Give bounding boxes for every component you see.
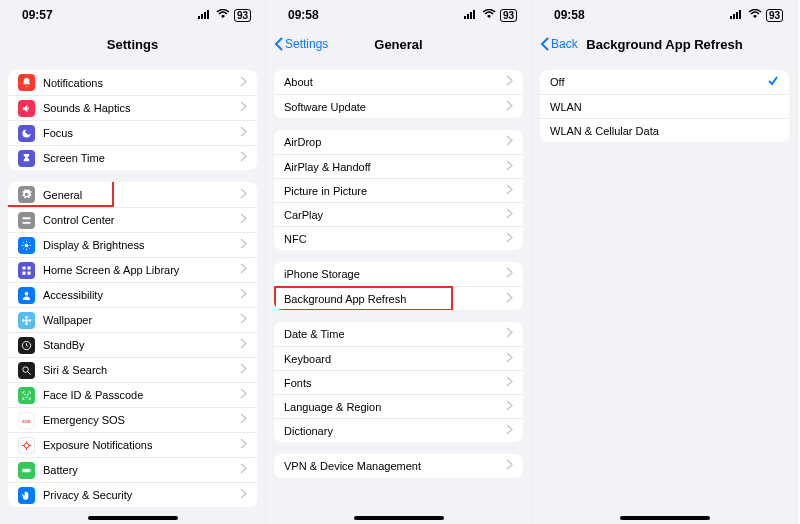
settings-group: GeneralControl CenterDisplay & Brightnes… [8,182,257,507]
home-indicator[interactable] [88,516,178,520]
settings-row[interactable]: Fonts [274,370,523,394]
chevron-right-icon [240,151,247,165]
chevron-right-icon [240,313,247,327]
settings-row[interactable]: WLAN & Cellular Data [540,118,789,142]
settings-row[interactable]: WLAN [540,94,789,118]
settings-row[interactable]: Face ID & Passcode [8,382,257,407]
back-button[interactable]: Settings [274,30,328,58]
svg-rect-36 [22,468,29,472]
settings-row[interactable]: SOSEmergency SOS [8,407,257,432]
row-label: Exposure Notifications [43,439,240,451]
settings-row[interactable]: Display & Brightness [8,232,257,257]
chevron-right-icon [506,400,513,414]
settings-row[interactable]: Background App Refresh [274,286,523,310]
chevron-right-icon [240,488,247,502]
settings-row[interactable]: Focus [8,120,257,145]
settings-row[interactable]: About [274,70,523,94]
settings-row[interactable]: Screen Time [8,145,257,170]
sos-icon: SOS [18,412,35,429]
settings-row[interactable]: General [8,182,257,207]
row-label: Wallpaper [43,314,240,326]
status-time: 09:58 [554,8,585,22]
settings-row[interactable]: Keyboard [274,346,523,370]
status-bar: 09:57 93 [0,0,265,30]
settings-row[interactable]: Dictionary [274,418,523,442]
row-label: Off [550,76,767,88]
settings-row[interactable]: Notifications [8,70,257,95]
phone-general: 09:58 93 Settings General AboutSoftware … [266,0,532,524]
status-right: 93 [198,8,251,22]
settings-row[interactable]: CarPlay [274,202,523,226]
settings-row[interactable]: NFC [274,226,523,250]
svg-line-13 [23,247,24,248]
status-bar: 09:58 93 [532,0,797,30]
chevron-right-icon [506,267,513,281]
home-indicator[interactable] [354,516,444,520]
row-label: AirDrop [284,136,506,148]
scroll-area[interactable]: AboutSoftware Update AirDropAirPlay & Ha… [266,58,531,524]
settings-row[interactable]: StandBy [8,332,257,357]
settings-row[interactable]: Accessibility [8,282,257,307]
settings-row[interactable]: Battery [8,457,257,482]
svg-rect-38 [464,16,466,19]
battery-indicator: 93 [766,9,783,22]
chevron-right-icon [240,238,247,252]
status-time: 09:58 [288,8,319,22]
svg-rect-40 [470,12,472,19]
search-icon [18,362,35,379]
chevron-right-icon [240,288,247,302]
row-label: Screen Time [43,152,240,164]
scroll-area[interactable]: OffWLANWLAN & Cellular Data [532,58,797,524]
chevron-right-icon [240,438,247,452]
settings-row[interactable]: AirPlay & Handoff [274,154,523,178]
status-bar: 09:58 93 [266,0,531,30]
svg-point-19 [25,291,29,295]
status-time: 09:57 [22,8,53,22]
settings-group: AboutSoftware Update [274,70,523,118]
row-label: General [43,189,240,201]
wifi-icon [216,8,230,22]
signal-icon [464,8,478,22]
settings-row[interactable]: Date & Time [274,322,523,346]
settings-group: VPN & Device Management [274,454,523,478]
wifi-icon [748,8,762,22]
svg-rect-45 [739,10,741,19]
home-indicator[interactable] [620,516,710,520]
svg-text:SOS: SOS [22,418,31,423]
settings-group: OffWLANWLAN & Cellular Data [540,70,789,142]
row-label: Privacy & Security [43,489,240,501]
sun-icon [18,237,35,254]
wifi-icon [482,8,496,22]
settings-row[interactable]: Control Center [8,207,257,232]
settings-row[interactable]: Off [540,70,789,94]
status-right: 93 [730,8,783,22]
chevron-right-icon [506,100,513,114]
settings-row[interactable]: Wallpaper [8,307,257,332]
settings-row[interactable]: VPN & Device Management [274,454,523,478]
settings-row[interactable]: Picture in Picture [274,178,523,202]
chevron-right-icon [240,126,247,140]
svg-rect-2 [204,12,206,19]
settings-row[interactable]: Privacy & Security [8,482,257,507]
settings-row[interactable]: Home Screen & App Library [8,257,257,282]
chevron-right-icon [240,76,247,90]
scroll-area[interactable]: NotificationsSounds & HapticsFocusScreen… [0,58,265,524]
settings-row[interactable]: Software Update [274,94,523,118]
page-title: Settings [107,37,158,52]
chevron-right-icon [240,413,247,427]
settings-row[interactable]: Exposure Notifications [8,432,257,457]
settings-row[interactable]: Sounds & Haptics [8,95,257,120]
chevron-right-icon [506,160,513,174]
settings-row[interactable]: Siri & Search [8,357,257,382]
settings-row[interactable]: iPhone Storage [274,262,523,286]
signal-icon [198,8,212,22]
row-label: Focus [43,127,240,139]
row-label: Battery [43,464,240,476]
gear-icon [18,186,35,203]
settings-row[interactable]: AirDrop [274,130,523,154]
back-button[interactable]: Back [540,30,578,58]
chevron-right-icon [506,352,513,366]
svg-line-14 [29,242,30,243]
row-label: Siri & Search [43,364,240,376]
settings-row[interactable]: Language & Region [274,394,523,418]
